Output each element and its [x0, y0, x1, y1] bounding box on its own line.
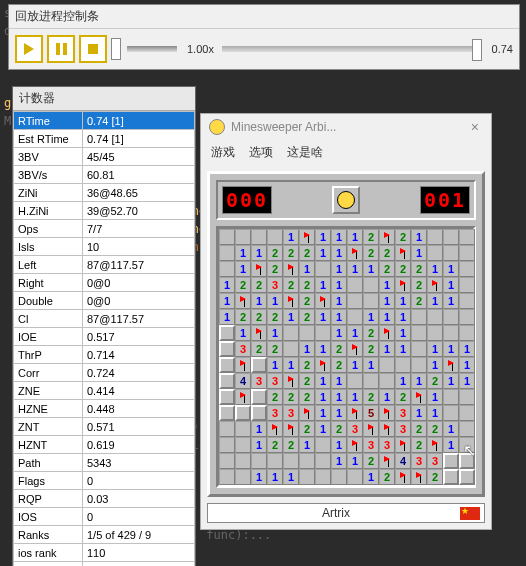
counter-row[interactable]: 3BV/s60.81: [14, 166, 195, 184]
cell[interactable]: [395, 469, 411, 485]
cell[interactable]: 1: [283, 309, 299, 325]
cell[interactable]: 1: [363, 357, 379, 373]
cell[interactable]: [267, 421, 283, 437]
cell[interactable]: 1: [283, 229, 299, 245]
cell[interactable]: [299, 469, 315, 485]
cell[interactable]: 2: [267, 261, 283, 277]
cell[interactable]: 1: [411, 229, 427, 245]
cell[interactable]: 2: [267, 437, 283, 453]
cell[interactable]: 1: [443, 437, 459, 453]
cell[interactable]: 1: [347, 389, 363, 405]
counter-row[interactable]: IOE0.517: [14, 328, 195, 346]
cell[interactable]: 2: [235, 309, 251, 325]
cell[interactable]: [235, 357, 251, 373]
cell[interactable]: 1: [443, 421, 459, 437]
counter-row[interactable]: ZNT0.571: [14, 418, 195, 436]
cell[interactable]: [315, 293, 331, 309]
cell[interactable]: 1: [347, 325, 363, 341]
cell[interactable]: 1: [315, 389, 331, 405]
cell[interactable]: [235, 421, 251, 437]
cell[interactable]: [219, 357, 235, 373]
counter-row[interactable]: HZNE0.448: [14, 400, 195, 418]
cell[interactable]: 2: [251, 341, 267, 357]
cell[interactable]: 1: [411, 405, 427, 421]
cell[interactable]: 2: [267, 389, 283, 405]
cell[interactable]: [347, 245, 363, 261]
cell[interactable]: [315, 325, 331, 341]
cell[interactable]: 1: [395, 373, 411, 389]
cell[interactable]: [347, 277, 363, 293]
cell[interactable]: [395, 245, 411, 261]
cell[interactable]: [395, 437, 411, 453]
cell[interactable]: 2: [331, 421, 347, 437]
cell[interactable]: 3: [347, 421, 363, 437]
cell[interactable]: [251, 229, 267, 245]
cell[interactable]: 2: [427, 421, 443, 437]
cell[interactable]: 2: [411, 277, 427, 293]
cell[interactable]: [427, 229, 443, 245]
cell[interactable]: 1: [427, 405, 443, 421]
cell[interactable]: [347, 293, 363, 309]
cell[interactable]: 1: [347, 261, 363, 277]
cell[interactable]: 1: [219, 309, 235, 325]
cell[interactable]: 2: [299, 293, 315, 309]
cell[interactable]: 1: [427, 261, 443, 277]
cell[interactable]: [219, 261, 235, 277]
cell[interactable]: 4: [395, 453, 411, 469]
cell[interactable]: [411, 309, 427, 325]
cell[interactable]: 3: [379, 437, 395, 453]
cell[interactable]: 1: [331, 245, 347, 261]
cell[interactable]: 3: [267, 405, 283, 421]
cell[interactable]: [219, 421, 235, 437]
cell[interactable]: 1: [331, 261, 347, 277]
cell[interactable]: 2: [331, 357, 347, 373]
counter-row[interactable]: Path5343: [14, 454, 195, 472]
cell[interactable]: 1: [299, 437, 315, 453]
cell[interactable]: [219, 245, 235, 261]
cell[interactable]: 1: [379, 341, 395, 357]
cell[interactable]: 1: [459, 373, 475, 389]
cell[interactable]: 2: [299, 277, 315, 293]
cell[interactable]: [283, 421, 299, 437]
cell[interactable]: 1: [283, 469, 299, 485]
cell[interactable]: [299, 405, 315, 421]
cell[interactable]: 1: [315, 405, 331, 421]
cell[interactable]: [299, 229, 315, 245]
cell[interactable]: 2: [427, 469, 443, 485]
cell[interactable]: [443, 325, 459, 341]
cell[interactable]: [363, 421, 379, 437]
counter-row[interactable]: Left87@117.57: [14, 256, 195, 274]
cell[interactable]: 2: [411, 437, 427, 453]
cell[interactable]: [395, 277, 411, 293]
cell[interactable]: [331, 469, 347, 485]
cell[interactable]: 1: [315, 277, 331, 293]
cell[interactable]: [315, 437, 331, 453]
cell[interactable]: [459, 469, 475, 485]
cell[interactable]: [347, 469, 363, 485]
cell[interactable]: 2: [251, 309, 267, 325]
cell[interactable]: 2: [427, 373, 443, 389]
cell[interactable]: [299, 325, 315, 341]
cell[interactable]: 1: [251, 469, 267, 485]
cell[interactable]: 2: [235, 277, 251, 293]
counter-row[interactable]: Flags0: [14, 472, 195, 490]
cell[interactable]: [443, 309, 459, 325]
cell[interactable]: 1: [379, 389, 395, 405]
progress-handle[interactable]: [472, 39, 482, 61]
cell[interactable]: 2: [411, 293, 427, 309]
cell[interactable]: [251, 357, 267, 373]
cell[interactable]: [283, 293, 299, 309]
cell[interactable]: 1: [315, 341, 331, 357]
cell[interactable]: [219, 389, 235, 405]
smile-button[interactable]: [332, 186, 360, 214]
cell[interactable]: 1: [443, 373, 459, 389]
cell[interactable]: 2: [331, 341, 347, 357]
cell[interactable]: 2: [251, 277, 267, 293]
counter-row[interactable]: RQP0.03: [14, 490, 195, 508]
cell[interactable]: 2: [379, 245, 395, 261]
cell[interactable]: 1: [395, 293, 411, 309]
counter-row[interactable]: ios rank110: [14, 544, 195, 562]
cell[interactable]: 1: [443, 293, 459, 309]
cell[interactable]: 1: [251, 245, 267, 261]
cell[interactable]: 2: [267, 309, 283, 325]
